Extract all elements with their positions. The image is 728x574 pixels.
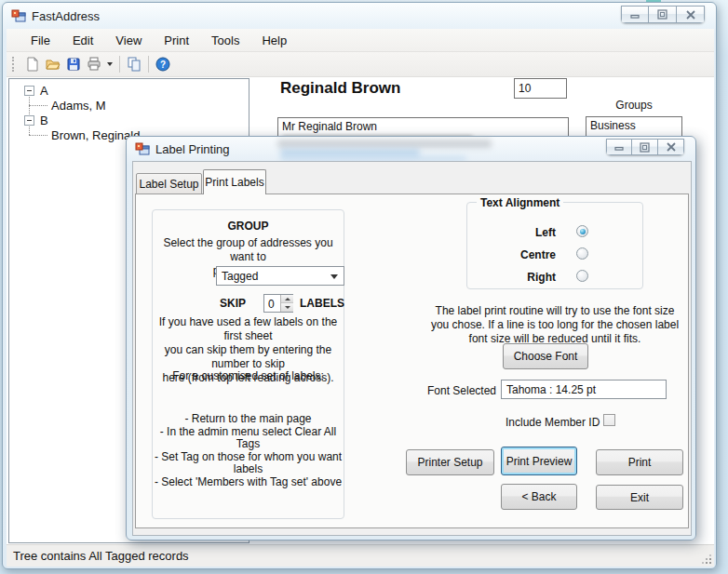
menu-print[interactable]: Print bbox=[153, 33, 200, 47]
dialog-controls bbox=[606, 139, 684, 155]
text-line: you chose. If a line is too long for the… bbox=[420, 318, 690, 332]
glass-reflection bbox=[277, 140, 492, 148]
menu-edit[interactable]: Edit bbox=[61, 33, 104, 47]
menu-bar: File Edit View Print Tools Help bbox=[7, 29, 714, 52]
collapse-node-icon[interactable] bbox=[24, 86, 34, 96]
align-left-radio[interactable] bbox=[576, 225, 588, 237]
tree-node[interactable]: A bbox=[40, 84, 48, 98]
skip-label: SKIP bbox=[220, 297, 246, 310]
group-selection-box: GROUP Select the group of addresses you … bbox=[152, 209, 344, 519]
combobox-value: Tagged bbox=[222, 270, 258, 283]
custom-labels-steps: - Return to the main page - In the admin… bbox=[153, 413, 344, 488]
dialog-titlebar[interactable]: Label Printing bbox=[127, 137, 695, 163]
menu-view[interactable]: View bbox=[104, 33, 153, 47]
window-title: FastAddress bbox=[32, 9, 100, 23]
tree-connector bbox=[29, 105, 47, 106]
align-centre-radio[interactable] bbox=[576, 247, 588, 260]
align-centre-label: Centre bbox=[467, 248, 556, 261]
status-bar: Tree contains All Tagged records bbox=[7, 544, 714, 567]
text-alignment-heading: Text Alignment bbox=[477, 196, 563, 209]
chevron-down-icon[interactable] bbox=[330, 274, 338, 279]
app-icon bbox=[11, 8, 26, 23]
text-line: - Set Tag on those for whom you want lab… bbox=[153, 451, 344, 476]
menu-file[interactable]: File bbox=[20, 33, 61, 47]
status-text: Tree contains All Tagged records bbox=[13, 549, 189, 563]
toolbar-separator bbox=[119, 56, 120, 73]
font-help-text: The label print routine will try to use … bbox=[420, 304, 690, 346]
address-line: Mr Reginald Brown bbox=[282, 120, 377, 133]
text-alignment-box: Text Alignment Left Centre Right bbox=[466, 202, 643, 289]
toolbar: ? bbox=[7, 52, 714, 77]
text-line: If you have used a few labels on the fir… bbox=[153, 315, 344, 343]
tab-control: Label Setup Print Labels GROUP Select th… bbox=[135, 169, 691, 529]
close-button[interactable] bbox=[658, 139, 684, 155]
custom-labels-heading: For a customised set of labels: bbox=[153, 369, 344, 383]
tab-label-setup[interactable]: Label Setup bbox=[136, 173, 202, 194]
stepper-buttons bbox=[280, 295, 292, 312]
maximize-button[interactable] bbox=[632, 139, 658, 155]
step-up-icon[interactable] bbox=[281, 295, 293, 303]
exit-button[interactable]: Exit bbox=[596, 485, 683, 510]
printer-setup-button[interactable]: Printer Setup bbox=[406, 449, 494, 475]
font-selected-label: Font Selected bbox=[427, 384, 496, 397]
groups-label: Groups bbox=[586, 99, 682, 112]
group-combobox[interactable]: Tagged bbox=[216, 266, 344, 286]
tree-connector bbox=[29, 127, 30, 135]
toolbar-separator bbox=[148, 56, 149, 73]
help-icon[interactable]: ? bbox=[153, 55, 173, 73]
labels-label: LABELS bbox=[300, 297, 344, 310]
dialog-title: Label Printing bbox=[155, 142, 230, 156]
text-line: - Return to the main page bbox=[153, 413, 344, 426]
window-controls bbox=[621, 6, 705, 23]
list-item[interactable]: Business bbox=[586, 117, 681, 134]
menu-tools[interactable]: Tools bbox=[200, 33, 250, 47]
print-icon[interactable] bbox=[84, 55, 104, 73]
tab-print-labels[interactable]: Print Labels bbox=[203, 169, 266, 194]
skip-value: 0 bbox=[268, 298, 275, 311]
include-member-id-label: Include Member ID bbox=[506, 416, 600, 429]
close-button[interactable] bbox=[677, 6, 705, 23]
screen: FastAddress File Edit View Print Tools H… bbox=[0, 0, 728, 574]
tree-node[interactable]: B bbox=[40, 113, 48, 127]
collapse-node-icon[interactable] bbox=[24, 115, 34, 126]
text-line: Select the group of addresses you want t… bbox=[153, 236, 344, 264]
minimize-button[interactable] bbox=[621, 6, 649, 23]
text-line: - In the admin menu select Clear All Tag… bbox=[153, 426, 344, 451]
new-document-icon[interactable] bbox=[22, 55, 43, 73]
label-printing-dialog: Label Printing Label Setup Print Labels bbox=[126, 136, 696, 541]
text-line: The label print routine will try to use … bbox=[420, 304, 690, 318]
text-line: you can skip them by entering the number… bbox=[153, 343, 344, 371]
dialog-icon bbox=[135, 141, 150, 156]
svg-text:?: ? bbox=[160, 60, 166, 70]
tree-connector bbox=[29, 135, 47, 136]
record-name: Reginald Brown bbox=[280, 79, 400, 98]
step-down-icon[interactable] bbox=[281, 303, 293, 312]
choose-font-button[interactable]: Choose Font bbox=[503, 343, 588, 369]
open-folder-icon[interactable] bbox=[43, 55, 63, 73]
print-preview-button[interactable]: Print Preview bbox=[501, 447, 577, 475]
main-titlebar[interactable]: FastAddress bbox=[3, 3, 716, 29]
dialog-client: Label Setup Print Labels GROUP Select th… bbox=[132, 161, 692, 536]
save-icon[interactable] bbox=[63, 55, 84, 73]
copy-icon[interactable] bbox=[124, 55, 144, 73]
back-button[interactable]: < Back bbox=[501, 484, 577, 510]
tree-leaf[interactable]: Adams, M bbox=[51, 99, 106, 113]
font-selected-field[interactable]: Tahoma : 14.25 pt bbox=[501, 380, 667, 399]
maximize-button[interactable] bbox=[649, 6, 677, 23]
align-right-radio[interactable] bbox=[576, 270, 588, 282]
resize-grip-icon[interactable] bbox=[701, 554, 712, 565]
align-left-label: Left bbox=[467, 226, 556, 239]
print-dropdown-icon[interactable] bbox=[107, 62, 113, 66]
toolbar-grip[interactable] bbox=[12, 57, 15, 72]
text-line: - Select 'Members with Tag set' above bbox=[153, 476, 344, 489]
glass-reflection bbox=[280, 149, 420, 156]
include-member-id-checkbox[interactable] bbox=[603, 414, 615, 426]
group-heading: GROUP bbox=[153, 220, 344, 234]
align-right-label: Right bbox=[467, 271, 556, 284]
skip-stepper[interactable]: 0 bbox=[263, 294, 293, 313]
menu-help[interactable]: Help bbox=[250, 33, 298, 47]
member-id-field[interactable]: 10 bbox=[514, 78, 567, 99]
minimize-button[interactable] bbox=[606, 139, 632, 155]
print-labels-tabpage: GROUP Select the group of addresses you … bbox=[135, 194, 689, 528]
print-button[interactable]: Print bbox=[596, 449, 683, 475]
